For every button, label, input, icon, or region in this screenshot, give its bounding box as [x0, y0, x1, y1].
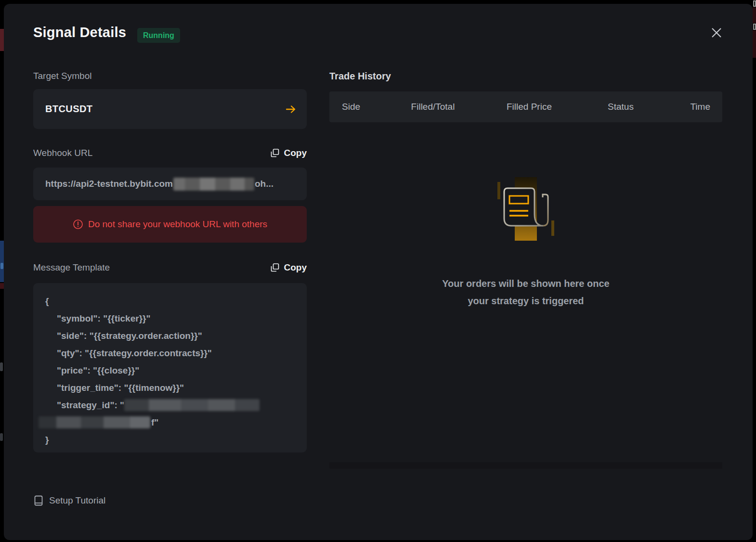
code-line: "symbol": "{{ticker}}" — [33, 310, 307, 327]
background-page-fragment — [753, 24, 756, 30]
webhook-url-label: Webhook URL — [33, 148, 92, 158]
column-status: Status — [585, 102, 657, 112]
empty-state-line2: your strategy is triggered — [329, 292, 722, 310]
code-text: f" — [151, 417, 158, 427]
background-page-fragment — [0, 283, 4, 289]
orders-empty-illustration — [490, 173, 562, 247]
webhook-url-field: https://api2-testnet.bybit.comoh... — [33, 168, 307, 200]
webhook-url-row: Webhook URL Copy — [33, 148, 307, 158]
code-line: "price": "{{close}}" — [33, 362, 307, 379]
column-side: Side — [329, 102, 392, 112]
message-template-row: Message Template Copy — [33, 262, 307, 273]
close-button[interactable] — [707, 23, 726, 42]
copy-icon — [270, 263, 280, 272]
copy-template-button[interactable]: Copy — [270, 262, 307, 273]
trade-history-title: Trade History — [329, 71, 391, 82]
empty-state-message: Your orders will be shown here once your… — [329, 275, 722, 310]
background-page-fragment — [0, 263, 3, 269]
column-time: Time — [657, 102, 722, 112]
background-page-fragment — [0, 362, 3, 371]
page-title: Signal Details — [33, 25, 126, 40]
warning-banner: Do not share your webhook URL with other… — [33, 206, 307, 243]
background-page-fragment — [0, 433, 3, 441]
code-line: "trigger_time": "{{timenow}}" — [33, 379, 307, 397]
code-line: f" — [33, 414, 307, 431]
code-line: "qty": "{{strategy.order.contracts}}" — [33, 345, 307, 362]
copy-webhook-url-button[interactable]: Copy — [270, 148, 307, 158]
target-symbol-field[interactable]: BTCUSDT — [33, 89, 307, 129]
column-filled-total: Filled/Total — [392, 102, 474, 112]
webhook-url-suffix: oh... — [255, 179, 274, 189]
column-filled-price: Filled Price — [474, 102, 585, 112]
book-icon — [33, 495, 44, 506]
setup-tutorial-label: Setup Tutorial — [49, 495, 105, 506]
message-template-code-block: { "symbol": "{{ticker}}" "side": "{{stra… — [33, 283, 307, 452]
code-line: "side": "{{strategy.order.action}}" — [33, 327, 307, 345]
code-redacted-blur — [39, 416, 150, 428]
status-badge: Running — [137, 28, 180, 43]
empty-state-line1: Your orders will be shown here once — [329, 275, 722, 292]
trade-history-header: Side Filled/Total Filled Price Status Ti… — [329, 91, 722, 122]
background-page-fragment — [0, 29, 4, 51]
background-page-fragment — [753, 7, 756, 23]
close-icon — [710, 26, 723, 39]
background-page-fragment — [753, 30, 756, 58]
signal-details-modal: Signal Details Running Target Symbol BTC… — [4, 4, 753, 540]
warning-icon — [73, 219, 83, 230]
background-page-fragment — [0, 241, 4, 282]
copy-label: Copy — [284, 262, 307, 273]
warning-text: Do not share your webhook URL with other… — [88, 219, 267, 230]
code-line: { — [33, 293, 307, 310]
copy-icon — [270, 148, 280, 158]
trade-history-footer-strip — [329, 462, 722, 469]
code-line: } — [33, 431, 307, 449]
target-symbol-label: Target Symbol — [33, 71, 91, 81]
webhook-url-prefix: https://api2-testnet.bybit.com — [45, 179, 173, 189]
code-redacted-blur — [124, 399, 260, 411]
target-symbol-value: BTCUSDT — [45, 103, 92, 115]
message-template-label: Message Template — [33, 262, 110, 273]
setup-tutorial-link[interactable]: Setup Tutorial — [33, 495, 105, 506]
code-line: "strategy_id": " — [33, 397, 307, 414]
code-text: "strategy_id": " — [57, 400, 124, 410]
arrow-right-icon — [285, 104, 297, 115]
screen: Signal Details Running Target Symbol BTC… — [0, 0, 756, 542]
url-redacted-blur — [173, 178, 254, 191]
copy-label: Copy — [284, 148, 307, 158]
background-page-fragment — [753, 0, 756, 7]
